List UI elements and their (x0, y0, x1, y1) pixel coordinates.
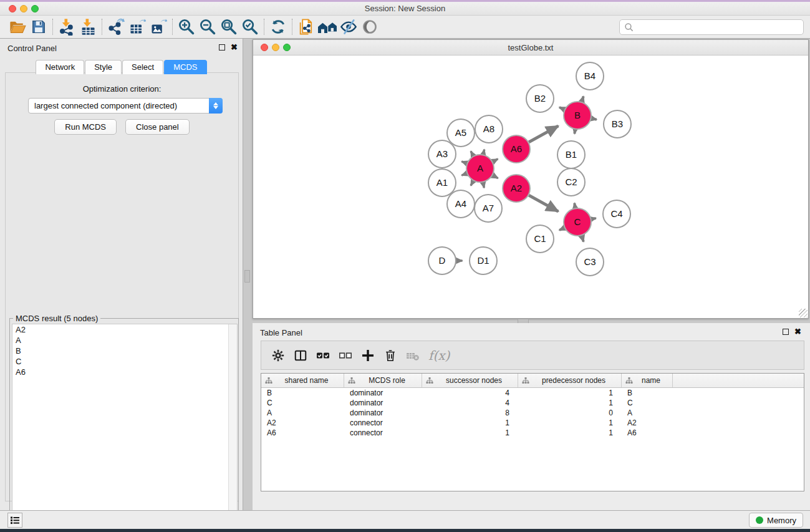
graph-edge-B-B2[interactable] (559, 107, 564, 110)
table-cell[interactable]: 8 (422, 408, 518, 418)
table-cell[interactable]: A (261, 408, 344, 418)
column-header-predecessor-nodes[interactable]: predecessor nodes (518, 374, 622, 387)
graph-edge-B-B1[interactable] (574, 130, 575, 134)
table-row[interactable]: Adominator80A (261, 408, 804, 418)
hide-panels-icon[interactable] (338, 16, 359, 37)
mcds-result-list[interactable]: A2ABCA6 (12, 324, 238, 530)
graph-edge-C-C4[interactable] (592, 218, 596, 219)
zoom-fit-icon[interactable] (218, 16, 239, 37)
table-cell[interactable]: 4 (422, 398, 518, 408)
graph-edge-A-A2[interactable] (493, 175, 498, 178)
deselect-all-columns-icon[interactable] (336, 346, 355, 365)
vertical-splitter-handle[interactable] (244, 270, 250, 283)
close-panel-button[interactable]: Close panel (125, 119, 190, 135)
column-header-name[interactable]: name (622, 374, 673, 387)
minimize-window-button[interactable] (20, 5, 27, 12)
memory-button[interactable]: Memory (749, 513, 803, 528)
show-all-panels-icon[interactable] (317, 16, 338, 37)
window-resize-grip[interactable] (799, 309, 808, 317)
table-cell[interactable]: dominator (344, 388, 422, 398)
table-cell[interactable]: C (622, 398, 673, 408)
graph-edge-C-C3[interactable] (582, 236, 584, 242)
graph-edge-A-A8[interactable] (483, 150, 485, 155)
network-window-titlebar[interactable]: testGlobe.txt (253, 40, 808, 56)
graph-node-A1[interactable]: A1 (428, 169, 456, 196)
float-panel-icon[interactable] (219, 44, 225, 51)
tab-network[interactable]: Network (36, 60, 84, 74)
graph-node-A[interactable]: A (466, 155, 494, 182)
save-session-icon[interactable] (28, 16, 49, 37)
close-table-panel-icon[interactable]: ✖ (794, 328, 801, 336)
graph-node-C2[interactable]: C2 (557, 168, 585, 196)
mcds-result-item[interactable]: C (12, 356, 237, 367)
network-minimize-button[interactable] (272, 44, 279, 51)
table-row[interactable]: Bdominator41B (261, 388, 804, 398)
run-mcds-button[interactable]: Run MCDS (54, 119, 117, 135)
delete-table-icon[interactable] (403, 346, 422, 365)
graph-node-C1[interactable]: C1 (526, 225, 554, 253)
table-cell[interactable]: B (622, 388, 673, 398)
tab-mcds[interactable]: MCDS (164, 60, 206, 74)
zoom-window-button[interactable] (31, 5, 39, 12)
network-canvas[interactable]: B4B2BB3A5A8A6A3B1AA1C2A2A4A7C4CC1C3DD1 (253, 56, 808, 318)
column-header-MCDS-role[interactable]: MCDS role (344, 374, 422, 387)
table-cell[interactable]: 1 (518, 388, 622, 398)
graph-node-A8[interactable]: A8 (475, 115, 503, 143)
close-window-button[interactable] (9, 5, 16, 12)
table-row[interactable]: Cdominator41C (261, 398, 804, 408)
zoom-out-icon[interactable] (197, 16, 218, 37)
graph-node-A5[interactable]: A5 (447, 119, 475, 147)
tab-select[interactable]: Select (122, 60, 163, 74)
show-column-panel-icon[interactable] (291, 346, 310, 365)
graph-node-D[interactable]: D (428, 247, 456, 274)
export-table-icon[interactable] (127, 16, 148, 37)
graph-node-A2[interactable]: A2 (503, 175, 530, 202)
graph-node-C3[interactable]: C3 (576, 248, 604, 276)
table-row[interactable]: A6connector11A6 (261, 428, 804, 438)
select-all-columns-icon[interactable] (314, 346, 332, 365)
graph-node-D1[interactable]: D1 (470, 247, 497, 274)
create-column-plus-icon[interactable] (359, 346, 377, 365)
import-network-icon[interactable] (56, 16, 77, 37)
close-panel-icon[interactable]: ✖ (231, 44, 238, 51)
export-image-icon[interactable] (148, 16, 169, 37)
birdseye-toggle-icon[interactable] (359, 16, 380, 37)
graph-edge-B-B3[interactable] (591, 118, 596, 120)
graph-edge-A-A6[interactable] (493, 159, 498, 162)
column-header-successor-nodes[interactable]: successor nodes (422, 374, 518, 387)
table-cell[interactable]: B (261, 388, 344, 398)
column-header-shared-name[interactable]: shared name (261, 374, 344, 387)
tab-style[interactable]: Style (85, 60, 122, 74)
table-cell[interactable]: A6 (261, 428, 344, 438)
export-network-icon[interactable] (105, 16, 127, 37)
graph-edge-C-C2[interactable] (574, 203, 575, 208)
graph-node-A6[interactable]: A6 (503, 135, 530, 163)
table-cell[interactable]: dominator (344, 408, 422, 418)
table-cell[interactable]: 1 (518, 398, 622, 408)
table-cell[interactable]: A2 (261, 418, 344, 428)
graph-node-B4[interactable]: B4 (576, 62, 604, 90)
table-settings-gear-icon[interactable] (269, 346, 287, 365)
table-cell[interactable]: connector (344, 418, 422, 428)
table-cell[interactable]: dominator (344, 398, 422, 408)
graph-node-A7[interactable]: A7 (475, 195, 502, 222)
search-box[interactable] (619, 19, 804, 35)
graph-edge-B-B4[interactable] (582, 96, 584, 102)
graph-edge-A-A7[interactable] (483, 183, 485, 188)
table-cell[interactable]: 1 (422, 418, 518, 428)
graph-node-B1[interactable]: B1 (557, 141, 585, 168)
table-cell[interactable]: A2 (622, 418, 673, 428)
float-table-panel-icon[interactable] (783, 329, 789, 335)
mcds-result-item[interactable]: A (12, 335, 237, 346)
zoom-selected-icon[interactable] (239, 16, 261, 37)
graph-edge-C-C1[interactable] (559, 228, 564, 230)
graph-edge-A-A3[interactable] (461, 162, 466, 163)
graph-edge-A-A5[interactable] (471, 151, 473, 155)
dropdown-stepper-icon[interactable] (209, 98, 223, 114)
mcds-result-item[interactable]: B (12, 346, 237, 356)
delete-column-trash-icon[interactable] (381, 346, 400, 365)
graph-edge-A2-C[interactable] (529, 195, 558, 211)
table-cell[interactable]: 1 (518, 418, 622, 428)
table-cell[interactable]: C (261, 398, 344, 408)
network-close-button[interactable] (261, 44, 268, 51)
